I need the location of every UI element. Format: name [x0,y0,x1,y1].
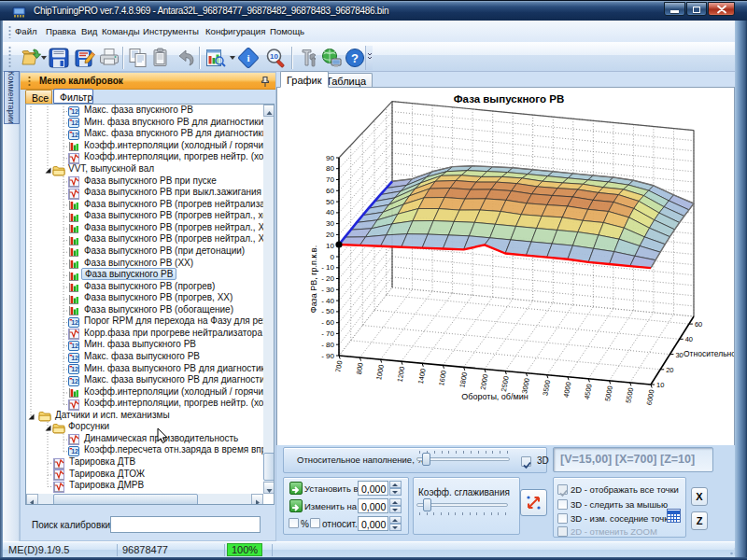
svg-text:- 70: - 70 [321,329,334,338]
svg-text:- 90: - 90 [321,352,334,360]
svg-text:- 10: - 10 [321,263,334,272]
svg-text:i: i [247,52,249,63]
svg-text:- 50: - 50 [321,307,334,315]
svg-text:- 60: - 60 [321,318,334,327]
svg-text:30: 30 [675,351,683,359]
svg-text:80: 80 [326,164,334,173]
svg-text:10: 10 [326,242,334,250]
svg-text:40: 40 [685,335,693,343]
svg-text:10: 10 [270,52,278,61]
svg-text:Обороты, об/мин: Обороты, об/мин [461,392,528,401]
svg-text:60: 60 [695,320,702,329]
svg-text:Фаза РВ, гр.п.к.в.: Фаза РВ, гр.п.к.в. [309,245,318,313]
svg-text:12: 12 [71,366,78,372]
svg-text:50: 50 [326,198,334,206]
svg-text:12: 12 [71,108,78,115]
svg-text:12: 12 [71,119,78,126]
svg-text:- 40: - 40 [321,297,334,305]
svg-text:40: 40 [326,208,334,217]
svg-text:12: 12 [71,378,78,385]
svg-text:- 20: - 20 [321,274,334,283]
svg-text:90: 90 [326,154,334,162]
svg-text:Относительное н: Относительное н [684,349,734,358]
svg-text:30: 30 [326,219,334,228]
svg-text:12: 12 [71,132,78,138]
svg-text:- 30: - 30 [321,286,334,294]
svg-text:20: 20 [326,231,334,239]
svg-text:- 80: - 80 [321,341,334,349]
svg-text:12: 12 [71,448,78,455]
svg-text:0: 0 [331,253,335,261]
svg-text:12: 12 [71,355,78,361]
svg-text:?: ? [351,51,359,65]
svg-text:12: 12 [71,343,78,349]
svg-text:60: 60 [326,187,334,195]
svg-text:20: 20 [666,366,673,374]
svg-text:70: 70 [326,175,334,184]
svg-text:10: 10 [656,381,664,389]
svg-text:12: 12 [71,319,78,326]
svg-text:Фаза выпускного РВ: Фаза выпускного РВ [454,93,564,105]
